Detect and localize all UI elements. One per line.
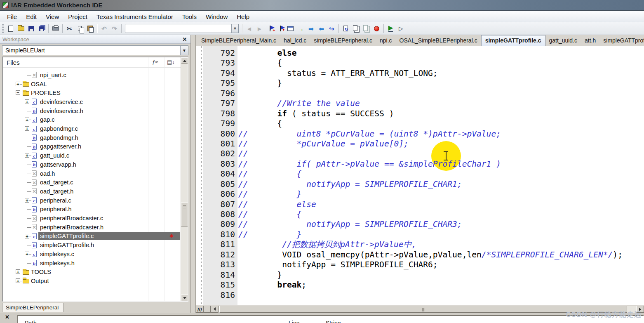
tree-item-simplegattprofile-c[interactable]: +csimpleGATTprofile.c✱ [3,232,181,241]
tab-simplebleperipheral-main-c[interactable]: SimpleBLEPeripheral_Main.c [197,35,280,46]
compile-button[interactable] [341,24,351,33]
save-button[interactable] [26,24,36,33]
tree-item-peripheralbroadcaster-c[interactable]: ✕peripheralBroadcaster.c [3,214,181,223]
tree-item-gattservapp-h[interactable]: hgattservapp.h [3,160,181,169]
menu-item-project[interactable]: Project [63,12,92,21]
menu-item-edit[interactable]: Edit [21,12,41,21]
print-button[interactable] [50,24,61,33]
tab-hal-lcd-c[interactable]: hal_lcd.c [280,35,310,46]
copy-button[interactable] [75,24,85,33]
tree-item-peripheral-h[interactable]: hperipheral.h [3,205,181,214]
find-combobox[interactable]: ▼ [125,24,239,33]
stop-build-button[interactable] [371,24,382,33]
tab-osal-simplebleperipheral-c[interactable]: OSAL_SimpleBLEPeripheral.c [396,35,481,46]
tree-item-devinfoservice-c[interactable]: +cdevinfoservice.c [3,97,181,106]
make-button[interactable] [351,24,361,33]
tab-simplebleperipheral-c[interactable]: simpleBLEPeripheral.c [310,35,376,46]
tree-item-output[interactable]: +Output [3,276,181,285]
expand-icon[interactable]: + [25,198,29,203]
goto-window-button[interactable] [285,24,296,33]
tree-item-npi-uart-c[interactable]: ✕npi_uart.c [3,71,181,80]
expand-icon[interactable]: + [16,278,20,283]
browse-back-button[interactable]: ⇐ [316,24,327,33]
combo-dropdown-icon[interactable]: ▼ [180,46,188,55]
tree-item-gapbondmgr-c[interactable]: +cgapbondmgr.c [3,124,181,133]
collapse-icon[interactable]: − [16,90,20,95]
line-number: 796 [196,89,235,99]
undo-button[interactable]: ↶ [99,24,109,33]
cut-button[interactable]: ✂ [64,24,75,33]
function-sort-icon[interactable]: ƒ≈ [152,59,158,65]
tree-item-peripheral-c[interactable]: +cperipheral.c [3,196,181,205]
bookmark-margin-button[interactable] [204,306,211,313]
tab-att-h[interactable]: att.h [581,35,599,46]
output-close-icon[interactable]: ✕ [5,314,9,320]
file-options-icon[interactable]: ▤↓ [167,59,175,65]
expand-icon[interactable]: + [25,234,29,238]
browse-forward-button[interactable]: ⇒ [306,24,316,33]
workspace-scrollbar[interactable] [181,57,188,301]
scroll-up-button[interactable] [181,57,188,64]
menu-item-window[interactable]: Window [201,12,232,21]
tree-item-peripheralbroadcaster-h[interactable]: ✕peripheralBroadcaster.h [3,223,181,232]
download-debug-button[interactable]: ▶ [385,24,396,33]
save-all-button[interactable] [36,24,47,33]
toggle-bookmark-button[interactable] [265,24,275,33]
tab-simplegattprofile-h[interactable]: simpleGATTprofile.h [599,35,644,46]
tree-item-devinfoservice-h[interactable]: hdevinfoservice.h [3,106,181,116]
code-text: // *pCurValue = pValue[0]; [238,139,409,149]
tree-item-tools[interactable]: +TOOLS [3,267,181,276]
expand-icon[interactable]: + [16,82,20,86]
find-previous-button[interactable]: ◄ [244,24,254,33]
menu-item-help[interactable]: Help [232,12,254,21]
code-editor[interactable]: 792 else793 {794 status = ATT_ERR_ATTR_N… [196,46,644,305]
new-file-button[interactable] [5,24,16,33]
tree-item-simplekeys-c[interactable]: +csimplekeys.c [3,250,181,259]
expand-icon[interactable]: + [25,126,29,131]
scroll-down-button[interactable] [181,295,188,301]
expand-icon[interactable]: + [25,118,29,122]
open-header-source-button[interactable]: ↪ [327,24,337,33]
tab-simplegattprofile-c[interactable]: simpleGATTprofile.c [481,35,545,46]
tree-item-gapbondmgr-h[interactable]: hgapbondmgr.h [3,133,181,142]
tree-item-gap-c[interactable]: +cgap.c [3,116,181,125]
scroll-left-button[interactable] [211,306,219,313]
expand-icon[interactable]: + [25,153,29,158]
toolbar-separator [338,24,339,33]
tree-item-oad-h[interactable]: ✕oad.h [3,169,181,178]
workspace-close-icon[interactable]: ✕ [181,36,188,42]
tree-item-oad-target-c[interactable]: ✕oad_target.c [3,178,181,187]
tree-item-profiles[interactable]: −PROFILES [3,88,181,97]
expand-icon[interactable]: + [25,252,29,256]
redo-button[interactable]: ↷ [109,24,120,33]
menu-item-texas-instruments-emulator[interactable]: Texas Instruments Emulator [92,12,178,21]
expand-icon[interactable]: + [16,269,20,274]
tree-item-simplegattprofile-h[interactable]: hsimpleGATTprofile.h [3,240,181,250]
menu-item-view[interactable]: View [41,12,63,21]
menu-item-tools[interactable]: Tools [178,12,201,21]
go-button[interactable]: → [296,24,306,33]
paste-button[interactable] [85,24,95,33]
expand-icon[interactable]: + [25,99,29,104]
next-bookmark-button[interactable] [275,24,285,33]
scrollbar-thumb[interactable] [181,203,188,226]
tab-gatt-uuid-c[interactable]: gatt_uuid.c [545,35,581,46]
open-file-button[interactable] [16,24,26,33]
workspace-tab-simplebleperipheral[interactable]: SimpleBLEPeripheral [2,303,64,312]
debug-without-download-button[interactable]: ▷ [396,24,406,33]
tree-item-osal[interactable]: +OSAL [3,80,181,89]
tree-item-gapgattserver-h[interactable]: hgapgattserver.h [3,142,181,151]
panel-splitter[interactable] [191,35,196,313]
project-config-select[interactable]: SimpleBLEUart ▼ [2,45,188,55]
combo-dropdown-icon[interactable]: ▼ [231,24,238,33]
function-list-button[interactable]: f() [196,306,204,313]
tree-item-oad-target-h[interactable]: ✕oad_target.h [3,187,181,196]
find-next-button[interactable]: ► [254,24,265,33]
stop-build-disabled-icon [363,25,368,31]
tree-item-simplekeys-h[interactable]: hsimplekeys.h [3,259,181,268]
stop-build-disabled-button[interactable] [361,24,371,33]
tree-item-gatt-uuid-c[interactable]: +cgatt_uuid.c [3,151,181,160]
comment-text: // { [238,169,301,179]
menu-item-file[interactable]: File [2,12,21,21]
tab-npi-c[interactable]: npi.c [376,35,396,46]
